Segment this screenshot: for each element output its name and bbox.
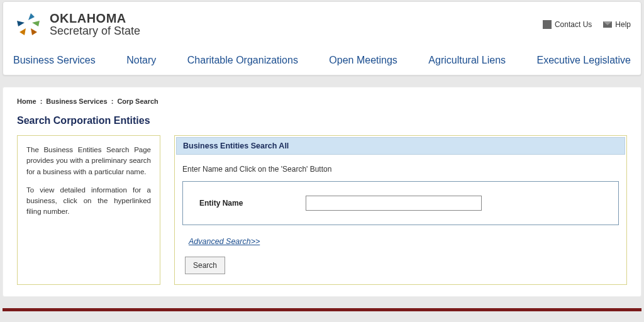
advanced-search-link[interactable]: Advanced Search>>: [189, 237, 260, 246]
main-content: Home : Business Services : Corp Search S…: [3, 87, 641, 297]
info-paragraph-1: The Business Entities Search Page provid…: [26, 145, 151, 177]
nav-notary[interactable]: Notary: [126, 55, 156, 66]
header-utility-links: Contact Us Help: [543, 20, 631, 29]
entity-field-frame: Entity Name: [182, 181, 619, 225]
nav-charitable-organizations[interactable]: Charitable Organizations: [187, 55, 298, 66]
breadcrumb: Home : Business Services : Corp Search: [17, 95, 627, 111]
mail-icon: [603, 21, 612, 28]
contact-icon: [543, 20, 552, 29]
nav-executive-legislative[interactable]: Executive Legislative: [537, 55, 631, 66]
breadcrumb-home[interactable]: Home: [17, 97, 36, 105]
header: OKLAHOMA Secretary of State Contact Us H…: [3, 1, 641, 75]
brand-title: OKLAHOMA: [50, 11, 140, 25]
footer-divider: [3, 308, 641, 311]
search-instruction: Enter Name and Click on the 'Search' But…: [182, 165, 619, 174]
search-panel-header: Business Entities Search All: [176, 137, 625, 155]
help-label: Help: [615, 20, 631, 29]
info-panel: The Business Entities Search Page provid…: [17, 135, 160, 285]
nav-business-services[interactable]: Business Services: [13, 55, 96, 66]
state-logo-icon: [13, 9, 43, 40]
search-panel: Business Entities Search All Enter Name …: [174, 135, 627, 285]
breadcrumb-current: Corp Search: [117, 97, 158, 105]
info-paragraph-2: To view detailed information for a busin…: [26, 185, 151, 218]
main-nav: Business Services Notary Charitable Orga…: [13, 51, 631, 75]
contact-us-link[interactable]: Contact Us: [543, 20, 592, 29]
brand-subtitle: Secretary of State: [50, 25, 140, 38]
entity-name-label: Entity Name: [199, 199, 243, 208]
page-title: Search Corporation Entities: [17, 115, 627, 126]
nav-open-meetings[interactable]: Open Meetings: [329, 55, 397, 66]
nav-agricultural-liens[interactable]: Agricultural Liens: [428, 55, 506, 66]
help-link[interactable]: Help: [603, 20, 631, 29]
search-button[interactable]: Search: [185, 257, 225, 274]
breadcrumb-business-services[interactable]: Business Services: [46, 97, 107, 105]
entity-name-input[interactable]: [306, 196, 482, 211]
brand: OKLAHOMA Secretary of State: [13, 9, 140, 40]
contact-label: Contact Us: [555, 20, 592, 29]
